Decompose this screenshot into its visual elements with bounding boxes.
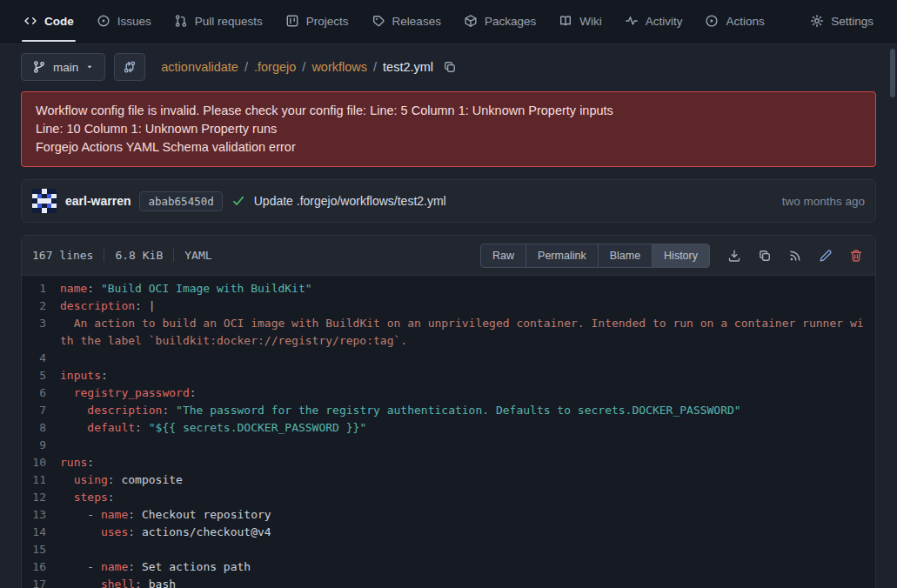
tab-releases[interactable]: Releases	[360, 0, 452, 42]
tab-actions[interactable]: Actions	[693, 0, 775, 42]
file-line-count: 167 lines	[32, 249, 93, 262]
package-icon	[464, 14, 478, 28]
line-content: registry_password:	[60, 384, 875, 402]
tab-code[interactable]: Code	[12, 0, 85, 42]
code-line: 7 description: "The password for the reg…	[22, 402, 875, 419]
file-language: YAML	[184, 249, 211, 262]
file-size: 6.8 KiB	[115, 249, 163, 262]
line-number[interactable]: 15	[22, 541, 60, 558]
line-content: runs:	[60, 454, 875, 471]
breadcrumb-dir-link[interactable]: workflows	[311, 60, 367, 74]
line-content: steps:	[60, 489, 875, 506]
tab-projects[interactable]: Projects	[274, 0, 360, 42]
repo-nav-right: Settings	[799, 0, 885, 42]
compare-button[interactable]	[114, 53, 145, 81]
breadcrumb-separator: /	[373, 60, 377, 74]
code-line: 6 registry_password:	[22, 384, 875, 402]
code-line: 16 - name: Set actions path	[22, 558, 875, 576]
code-line: 12 steps:	[22, 489, 875, 506]
edit-button[interactable]	[817, 247, 834, 264]
blame-button[interactable]: Blame	[598, 244, 653, 268]
error-line: Workflow config file is invalid. Please …	[36, 102, 861, 120]
copy-icon	[443, 60, 457, 74]
code-line: 2description: |	[22, 297, 875, 315]
breadcrumb-dir-link[interactable]: .forgejo	[254, 60, 296, 74]
gear-icon	[810, 14, 824, 28]
tab-label: Actions	[726, 15, 764, 28]
line-number[interactable]: 1	[22, 280, 60, 297]
line-number[interactable]: 6	[22, 384, 60, 402]
tab-pull-requests[interactable]: Pull requests	[163, 0, 274, 42]
line-number[interactable]: 11	[22, 471, 60, 489]
tab-label: Activity	[646, 15, 683, 28]
commit-author-name[interactable]: earl-warren	[65, 194, 131, 208]
line-content: description: "The password for the regis…	[60, 402, 875, 419]
tab-packages[interactable]: Packages	[452, 0, 547, 42]
pencil-icon	[819, 249, 833, 263]
line-number[interactable]: 14	[22, 524, 60, 541]
copy-file-button[interactable]	[756, 247, 773, 264]
file-icon-buttons	[726, 247, 865, 264]
error-line: Forgejo Actions YAML Schema validation e…	[36, 138, 861, 157]
commit-author-avatar[interactable]	[32, 189, 57, 213]
tab-label: Code	[44, 15, 74, 28]
line-content: An action to build an OCI image with Bui…	[60, 315, 875, 350]
activity-icon	[625, 14, 639, 28]
line-number[interactable]: 4	[22, 350, 60, 367]
download-icon	[727, 249, 741, 263]
code-line: 13 - name: Checkout repository	[22, 506, 875, 524]
trash-icon	[849, 249, 863, 263]
delete-button[interactable]	[847, 247, 865, 264]
raw-button[interactable]: Raw	[480, 244, 526, 268]
code-lines: 1name: "Build OCI Image with BuildKit"2d…	[22, 276, 875, 588]
code-line: 9	[22, 437, 875, 454]
commit-message-link[interactable]: Update .forgejo/workflows/test2.yml	[254, 194, 446, 208]
commit-time: two months ago	[782, 195, 865, 208]
line-number[interactable]: 5	[22, 367, 60, 384]
file-view: 167 lines 6.8 KiB YAML RawPermalinkBlame…	[21, 235, 876, 588]
code-line: 15	[22, 541, 875, 558]
line-number[interactable]: 7	[22, 402, 60, 419]
permalink-button[interactable]: Permalink	[525, 244, 599, 268]
line-number[interactable]: 13	[22, 506, 60, 524]
tab-label: Packages	[485, 15, 536, 28]
code-line: 10runs:	[22, 454, 875, 471]
repo-tabs: CodeIssuesPull requestsProjectsReleasesP…	[12, 0, 776, 42]
commit-hash-badge[interactable]: abab65450d	[139, 191, 222, 211]
breadcrumb-repo-link[interactable]: actionvalidate	[161, 60, 238, 74]
rss-icon	[788, 249, 802, 263]
tab-wiki[interactable]: Wiki	[547, 0, 613, 42]
line-number[interactable]: 16	[22, 558, 60, 576]
scrollbar-thumb[interactable]	[890, 49, 895, 97]
line-number[interactable]: 3	[22, 315, 60, 350]
line-content: inputs:	[60, 367, 875, 384]
download-button[interactable]	[726, 247, 743, 264]
line-content: - name: Checkout repository	[60, 506, 875, 524]
breadcrumb-current-file: test2.yml	[383, 60, 433, 74]
breadcrumb-separator: /	[244, 60, 248, 74]
code-line: 11 using: composite	[22, 471, 875, 489]
tab-settings[interactable]: Settings	[799, 0, 885, 42]
tab-label: Pull requests	[195, 15, 263, 28]
line-number[interactable]: 10	[22, 454, 60, 471]
line-content: using: composite	[60, 471, 875, 489]
history-button[interactable]: History	[652, 244, 710, 268]
line-number[interactable]: 2	[22, 297, 60, 315]
branch-selector[interactable]: main	[21, 53, 105, 81]
rss-feed-button[interactable]	[787, 247, 804, 264]
check-icon	[231, 194, 245, 208]
line-content: name: "Build OCI Image with BuildKit"	[60, 280, 875, 297]
line-number[interactable]: 12	[22, 489, 60, 506]
line-content	[60, 350, 875, 367]
pull-request-icon	[174, 14, 188, 28]
code-line: 17 shell: bash	[22, 576, 875, 588]
tab-activity[interactable]: Activity	[613, 0, 694, 42]
code-line: 1name: "Build OCI Image with BuildKit"	[22, 280, 875, 297]
line-number[interactable]: 8	[22, 419, 60, 437]
line-number[interactable]: 9	[22, 437, 60, 454]
tab-issues[interactable]: Issues	[85, 0, 163, 42]
line-number[interactable]: 17	[22, 576, 60, 588]
tab-label: Releases	[392, 15, 441, 28]
copy-path-button[interactable]	[441, 58, 459, 76]
breadcrumb-separator: /	[302, 60, 305, 74]
